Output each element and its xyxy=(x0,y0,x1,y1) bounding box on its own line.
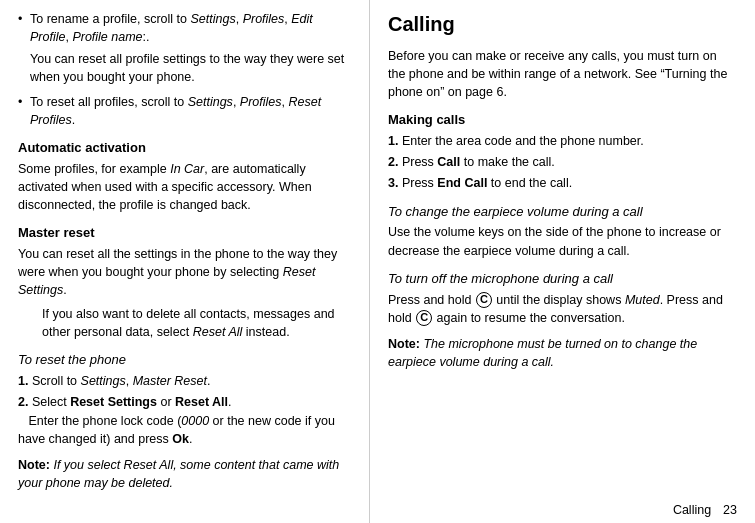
calling-steps: 1. Enter the area code and the phone num… xyxy=(388,132,737,192)
footer-label: Calling xyxy=(673,503,711,517)
reset-phone-heading: To reset the phone xyxy=(18,351,351,370)
right-column: Calling Before you can make or receive a… xyxy=(370,0,755,523)
auto-activation-text: Some profiles, for example In Car, are a… xyxy=(18,160,351,214)
reset-note: You can reset all profile settings to th… xyxy=(30,50,351,86)
earpiece-volume-heading: To change the earpiece volume during a c… xyxy=(388,203,737,222)
calling-step-1: 1. Enter the area code and the phone num… xyxy=(388,132,737,150)
auto-activation-heading: Automatic activation xyxy=(18,139,351,158)
reset-step-2-cont: Enter the phone lock code (0000 or the n… xyxy=(18,414,335,446)
reset-step-2: 2. Select Reset Settings or Reset All. E… xyxy=(18,393,351,447)
master-reset-heading: Master reset xyxy=(18,224,351,243)
master-reset-text: You can reset all the settings in the ph… xyxy=(18,245,351,299)
circle-c-icon-2: C xyxy=(416,310,432,326)
page-footer: Calling 23 xyxy=(673,503,737,517)
earpiece-volume-text: Use the volume keys on the side of the p… xyxy=(388,223,737,259)
master-indent-text: If you also want to delete all contacts,… xyxy=(18,305,351,341)
page-title: Calling xyxy=(388,10,737,39)
bullet-item-2: To reset all profiles, scroll to Setting… xyxy=(18,93,351,129)
microphone-text: Press and hold C until the display shows… xyxy=(388,291,737,327)
circle-c-icon-1: C xyxy=(476,292,492,308)
reset-step-1: 1. Scroll to Settings, Master Reset. xyxy=(18,372,351,390)
making-calls-heading: Making calls xyxy=(388,111,737,130)
reset-steps: 1. Scroll to Settings, Master Reset. 2. … xyxy=(18,372,351,448)
footer-page: 23 xyxy=(723,503,737,517)
intro-text: Before you can make or receive any calls… xyxy=(388,47,737,101)
bullet1-text: To rename a profile, scroll to Settings,… xyxy=(30,12,313,44)
left-note: Note: If you select Reset All, some cont… xyxy=(18,456,351,492)
calling-step-2: 2. Press Call to make the call. xyxy=(388,153,737,171)
bullet-item-1: To rename a profile, scroll to Settings,… xyxy=(18,10,351,87)
bullet-list-top: To rename a profile, scroll to Settings,… xyxy=(18,10,351,129)
right-note: Note: The microphone must be turned on t… xyxy=(388,335,737,371)
calling-step-3: 3. Press End Call to end the call. xyxy=(388,174,737,192)
left-column: To rename a profile, scroll to Settings,… xyxy=(0,0,370,523)
microphone-heading: To turn off the microphone during a call xyxy=(388,270,737,289)
